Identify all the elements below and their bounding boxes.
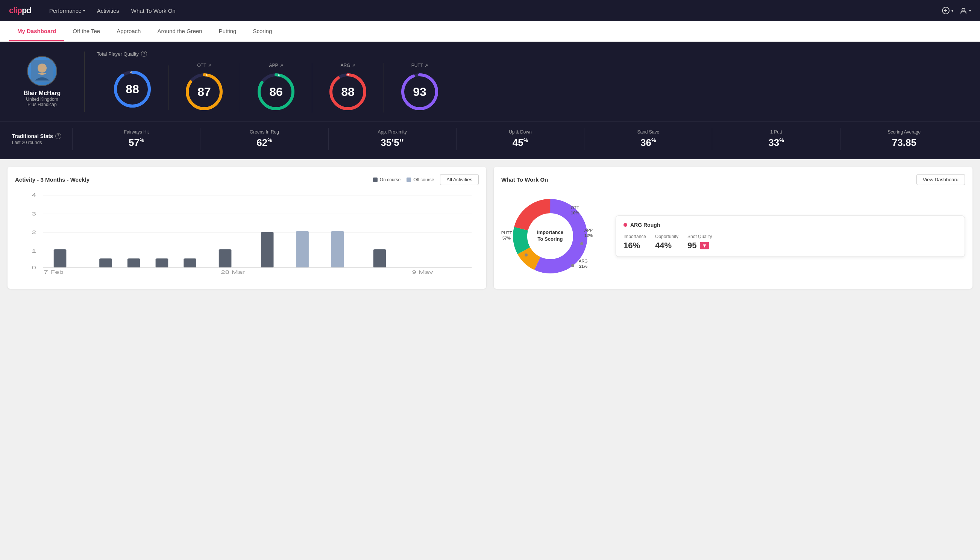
stat-sandsave-value: 36% [591, 137, 706, 148]
svg-text:ARG: ARG [579, 259, 588, 263]
bar-chart-svg: 4 3 2 1 0 7 Feb [15, 191, 479, 274]
stat-scoring-avg: Scoring Average 73.85 [840, 128, 968, 150]
svg-rect-37 [296, 231, 309, 268]
shot-quality-value: 95 ▼ [687, 241, 712, 250]
svg-rect-34 [183, 258, 196, 267]
arg-arrow-icon: ↗ [352, 63, 355, 68]
svg-text:57%: 57% [502, 236, 511, 240]
tab-around-the-green[interactable]: Around the Green [149, 21, 210, 42]
trad-stats-help-icon[interactable]: ? [55, 133, 61, 139]
stat-fairways-value: 57% [78, 137, 194, 148]
trad-stats-title: Traditional Stats ? [12, 133, 72, 139]
tab-scoring[interactable]: Scoring [245, 21, 280, 42]
svg-text:10%: 10% [571, 211, 579, 215]
donut-area: Importance To Scoring PUTT 57% OTT 10% A… [501, 191, 965, 281]
circle-arg-wrap: 88 [327, 71, 369, 112]
svg-text:21%: 21% [579, 264, 587, 268]
legend-off-course: Off course [406, 177, 434, 182]
circle-app-label: APP ↗ [269, 63, 283, 68]
svg-rect-38 [331, 231, 344, 268]
tab-putting[interactable]: Putting [211, 21, 245, 42]
info-stat-shot-quality: Shot Quality 95 ▼ [687, 234, 712, 250]
stat-greens-reg: Greens In Reg 62% [200, 128, 328, 150]
circle-ott: OTT ↗ 87 [168, 63, 240, 112]
on-course-dot [373, 178, 378, 182]
stat-proximity-value: 35'5" [335, 137, 450, 148]
activity-panel: Activity - 3 Months - Weekly On course O… [8, 167, 486, 289]
add-button[interactable]: ▾ [942, 7, 953, 15]
nav-activities[interactable]: Activities [97, 6, 119, 15]
nav-performance[interactable]: Performance ▾ [49, 6, 85, 15]
stat-one-putt: 1 Putt 33% [712, 128, 840, 150]
user-chevron-icon: ▾ [969, 8, 971, 13]
putt-arrow-icon: ↗ [424, 63, 428, 68]
svg-rect-30 [54, 249, 67, 267]
svg-rect-39 [373, 249, 386, 267]
info-card-title: ARG Rough [624, 222, 957, 228]
info-card: ARG Rough Importance 16% Opportunity 44%… [616, 215, 965, 257]
circle-app-wrap: 86 [255, 71, 297, 112]
all-activities-button[interactable]: All Activities [440, 174, 479, 185]
info-stat-importance: Importance 16% [624, 234, 646, 250]
quality-help-icon[interactable]: ? [141, 51, 147, 57]
stat-scoringavg-value: 73.85 [847, 137, 962, 148]
svg-text:4: 4 [32, 193, 36, 198]
circle-app: APP ↗ 86 [240, 63, 312, 112]
svg-rect-35 [219, 249, 232, 267]
svg-text:OTT: OTT [571, 205, 579, 210]
tab-approach[interactable]: Approach [108, 21, 149, 42]
svg-text:2: 2 [32, 230, 36, 235]
chart-legend: On course Off course All Activities [373, 174, 479, 185]
legend-on-course: On course [373, 177, 401, 182]
circle-overall-number: 88 [126, 82, 139, 96]
svg-point-5 [38, 63, 47, 73]
stat-app-proximity: App. Proximity 35'5" [328, 128, 456, 150]
svg-rect-33 [156, 258, 168, 267]
stat-oneputt-value: 33% [718, 137, 834, 148]
app-arrow-icon: ↗ [280, 63, 283, 68]
work-on-panel-header: What To Work On View Dashboard [501, 174, 965, 185]
svg-point-62 [571, 264, 574, 267]
info-stat-opportunity: Opportunity 44% [655, 234, 679, 250]
top-nav: clippd Performance ▾ Activities What To … [0, 0, 980, 21]
nav-right: ▾ ▾ [942, 7, 971, 15]
add-chevron-icon: ▾ [952, 8, 953, 13]
stat-updown-value: 45% [463, 137, 578, 148]
user-menu-button[interactable]: ▾ [959, 7, 971, 15]
circle-overall-wrap: 88 [112, 68, 153, 110]
tab-off-the-tee[interactable]: Off the Tee [64, 21, 108, 42]
logo: clippd [9, 6, 31, 15]
svg-text:APP: APP [584, 228, 593, 232]
svg-rect-32 [128, 258, 140, 267]
opportunity-value: 44% [655, 241, 679, 250]
work-on-panel-title: What To Work On [501, 177, 548, 183]
svg-text:7 Feb: 7 Feb [43, 270, 63, 274]
view-dashboard-button[interactable]: View Dashboard [917, 174, 965, 185]
off-course-dot [406, 178, 411, 182]
svg-point-59 [580, 242, 583, 245]
circle-putt: PUTT ↗ 93 [384, 63, 456, 112]
svg-text:1: 1 [32, 248, 36, 254]
svg-rect-31 [99, 258, 112, 267]
circle-ott-number: 87 [198, 85, 211, 99]
tab-my-dashboard[interactable]: My Dashboard [9, 21, 64, 42]
svg-text:3: 3 [32, 212, 36, 217]
svg-text:Importance: Importance [537, 229, 563, 235]
circle-arg: ARG ↗ 88 [312, 63, 384, 112]
svg-text:12%: 12% [584, 233, 593, 238]
stat-sand-save: Sand Save 36% [584, 128, 712, 150]
circle-arg-number: 88 [341, 85, 354, 99]
dashboard-header: Blair McHarg United Kingdom Plus Handica… [0, 42, 980, 122]
nav-what-to-work-on[interactable]: What To Work On [131, 6, 176, 15]
circle-app-number: 86 [269, 85, 283, 99]
info-card-stats: Importance 16% Opportunity 44% Shot Qual… [624, 234, 957, 250]
svg-text:To Scoring: To Scoring [538, 236, 563, 242]
performance-chevron-icon: ▾ [83, 8, 85, 13]
donut-chart-container: Importance To Scoring PUTT 57% OTT 10% A… [501, 191, 607, 281]
svg-text:PUTT: PUTT [501, 230, 512, 235]
stat-fairways-hit: Fairways Hit 57% [72, 128, 200, 150]
quality-section: Total Player Quality ? 88 OTT ↗ [97, 51, 968, 112]
player-handicap: Plus Handicap [27, 102, 57, 107]
stat-greens-value: 62% [206, 137, 322, 148]
circle-overall: 88 [97, 65, 168, 110]
